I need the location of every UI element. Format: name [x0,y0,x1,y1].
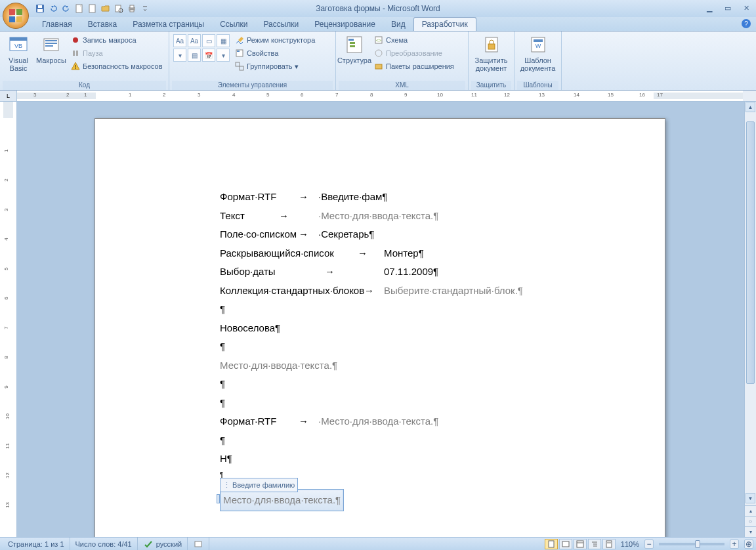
line7: Новоселова [220,319,665,338]
date-control-icon[interactable]: 📅 [202,49,215,62]
save-icon[interactable] [34,3,46,14]
tab-insert[interactable]: Вставка [80,18,125,31]
help-icon[interactable]: ? [742,19,751,28]
vertical-ruler[interactable]: 12345678910111213 [0,102,17,537]
properties-button[interactable]: Свойства [232,47,317,59]
macro-security-label: Безопасность макросов [83,62,163,70]
expansion-icon [373,61,384,72]
open-icon[interactable] [100,3,112,14]
control-handle-icon[interactable] [217,494,220,503]
zoom-out-icon[interactable]: − [644,539,654,549]
macros-button[interactable]: Макросы [35,33,67,64]
svg-rect-36 [375,64,382,69]
svg-rect-50 [606,541,612,547]
redo-icon[interactable] [60,3,72,14]
scroll-down-icon[interactable]: ▼ [746,493,755,503]
tab-view[interactable]: Вид [383,18,413,31]
new-icon[interactable] [74,3,85,14]
view-draft-icon[interactable] [602,539,616,549]
buildingblock-control-icon[interactable]: ▦ [217,34,230,47]
zoom-slider[interactable] [659,543,724,545]
row9-value: ·Место·для·ввода·текста. [318,412,438,431]
group-label: Группировать [247,62,293,70]
browse-object-icon[interactable]: ○ [745,516,756,526]
design-mode-button[interactable]: Режим конструктора [232,34,317,46]
zoom-slider-thumb[interactable] [695,540,700,548]
doc-template-label: Шаблон документа [517,56,558,72]
protect-doc-button[interactable]: Защитить документ [471,33,511,72]
document-page[interactable]: Формат·RTF→·Введите·фам Текст→·Место·для… [94,118,665,537]
status-words[interactable]: Число слов: 4/41 [70,538,138,550]
spellcheck-icon [143,539,154,549]
print-preview-icon[interactable] [113,3,125,14]
transform-button: Преобразование [371,47,456,59]
zoom-fit-icon[interactable]: ⊕ [744,539,753,549]
horizontal-ruler[interactable]: L 3211234567891011121314151617 [0,91,756,102]
svg-rect-43 [549,541,554,547]
design-mode-icon [234,35,245,45]
tab-developer[interactable]: Разработчик [413,17,476,31]
view-outline-icon[interactable] [588,539,601,549]
vertical-scrollbar[interactable]: ▲ ▼ ▴ ○ ▾ [744,102,756,537]
visual-basic-button[interactable]: VB Visual Basic [3,33,34,72]
tab-references[interactable]: Ссылки [212,18,255,31]
undo-icon[interactable] [47,3,59,14]
tab-home[interactable]: Главная [34,18,80,31]
close-icon[interactable]: ✕ [739,3,753,13]
content-control[interactable]: ⋮ Введите фамилию Место·для·ввода·текста… [220,489,665,512]
visual-basic-label: Visual Basic [3,56,34,72]
svg-point-21 [73,37,78,43]
svg-rect-20 [45,45,53,47]
view-fullscreen-icon[interactable] [559,539,572,549]
svg-rect-18 [45,40,57,41]
tab-selector[interactable]: L [0,91,17,101]
scroll-thumb[interactable] [746,121,755,384]
group-button[interactable]: Группировать ▾ [232,60,317,72]
svg-rect-5 [37,9,43,12]
qat-dropdown-icon[interactable] [139,3,151,14]
structure-button[interactable]: Структура [339,33,370,64]
svg-rect-42 [195,541,201,547]
tab-review[interactable]: Рецензирование [306,18,383,31]
scroll-up-icon[interactable]: ▲ [746,102,755,112]
status-macro[interactable] [188,538,209,550]
picture-control-icon[interactable]: ▭ [202,34,215,47]
svg-rect-13 [130,10,134,12]
plaintext-control-icon[interactable]: Aa [188,34,201,47]
next-page-icon[interactable]: ▾ [745,526,756,537]
office-button[interactable] [3,3,29,29]
schema-button[interactable]: <>Схема [371,34,456,46]
view-web-icon[interactable] [574,539,587,549]
zoom-level[interactable]: 110% [621,540,639,548]
status-page[interactable]: Страница: 1 из 1 [3,538,70,550]
maximize-icon[interactable]: ▭ [721,3,735,13]
dropdown-control-icon[interactable]: ▤ [188,49,201,62]
status-bar: Страница: 1 из 1 Число слов: 4/41 русски… [0,537,756,550]
record-macro-label: Запись макроса [83,36,136,44]
combobox-control-icon[interactable]: ▾ [173,49,186,62]
row3-value: ·Секретарь [318,225,374,244]
controls-gallery[interactable]: Aa Aa ▭ ▦ ▾ ▤ 📅 ▾ [172,33,231,63]
record-macro-button[interactable]: Запись макроса [68,34,165,46]
status-language[interactable]: русский [138,538,188,550]
tab-layout[interactable]: Разметка страницы [125,18,212,31]
zoom-in-icon[interactable]: + [730,539,739,549]
svg-rect-27 [236,62,240,66]
svg-rect-26 [237,51,240,52]
prev-page-icon[interactable]: ▴ [745,505,756,516]
richtext-control-icon[interactable]: Aa [173,34,186,47]
row6-value: Выберите·стандартный·блок. [384,282,523,301]
new-doc-icon[interactable] [87,3,98,14]
expansion-button[interactable]: Пакеты расширения [371,60,456,72]
svg-rect-8 [89,5,95,12]
minimize-icon[interactable]: ▁ [702,3,717,13]
line8: Место·для·ввода·текста. [220,356,665,375]
legacy-tools-icon[interactable]: ▾ [217,49,230,62]
doc-template-button[interactable]: W Шаблон документа [517,33,558,72]
svg-rect-15 [10,37,27,41]
macro-security-button[interactable]: !Безопасность макросов [68,60,165,72]
svg-rect-31 [350,42,355,44]
tab-mailings[interactable]: Рассылки [255,18,306,31]
view-print-layout-icon[interactable] [545,539,558,549]
quick-print-icon[interactable] [126,3,138,14]
